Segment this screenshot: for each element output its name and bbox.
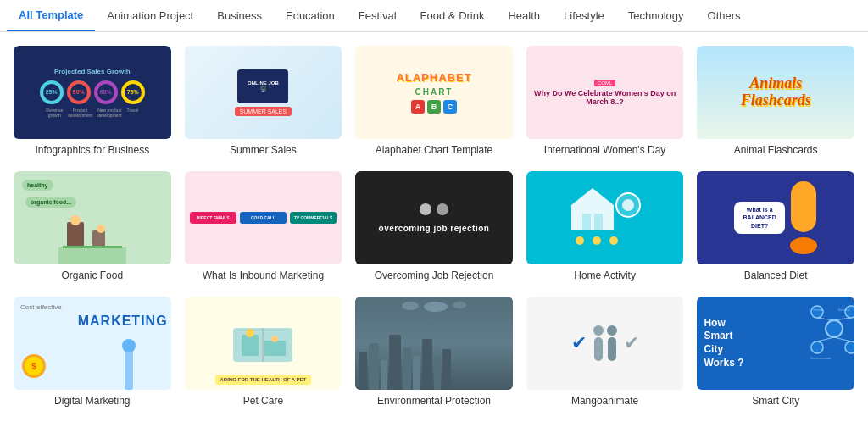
card-infographics[interactable]: Projected Sales Growth 25% 50% 68% 75% R… [14, 46, 171, 158]
template-grid: Projected Sales Growth 25% 50% 68% 75% R… [0, 32, 868, 422]
thumb-balanced-diet: What is a BALANCED DIET? [697, 171, 854, 264]
svg-text:Sensor: Sensor [813, 308, 824, 312]
thumb-summer-sales: ONLINE JOB🖥️ SUMMER SALES [185, 46, 342, 139]
card-label-job-rejection: Overcoming Job Rejection [355, 264, 513, 283]
svg-rect-14 [125, 347, 133, 390]
svg-rect-1 [67, 222, 84, 247]
svg-rect-8 [594, 214, 603, 230]
card-inbound-marketing[interactable]: DIRECT EMAILS COLD CALL TV COMMERCIALS W… [185, 171, 342, 283]
thumb-home-activity [526, 171, 684, 264]
nav-item-education[interactable]: Education [274, 1, 347, 31]
card-label-alphabet-chart: Alaphabet Chart Template [355, 139, 513, 158]
nav-bar: All TemplateAnimation ProjectBusinessEdu… [0, 0, 868, 32]
card-label-pet-care: Pet Care [185, 390, 342, 408]
card-organic-food[interactable]: healthy organic food... Organic Food [14, 171, 171, 283]
thumb-infographics: Projected Sales Growth 25% 50% 68% 75% R… [14, 46, 171, 139]
card-label-womens-day: International Women's Day [526, 139, 684, 158]
svg-point-19 [246, 329, 254, 337]
thumb-pet-care: ARING FOR THE HEALTH OF A PET [185, 297, 342, 390]
svg-rect-17 [242, 335, 259, 356]
card-label-inbound-marketing: What Is Inbound Marketing [185, 264, 342, 283]
thumb-inbound-marketing: DIRECT EMAILS COLD CALL TV COMMERCIALS [185, 171, 342, 264]
svg-rect-5 [63, 246, 122, 248]
card-label-balanced-diet: Balanced Diet [697, 264, 854, 283]
card-label-environmental: Environmental Protection [355, 390, 513, 408]
nav-item-others[interactable]: Others [696, 1, 753, 31]
svg-rect-0 [58, 247, 126, 264]
svg-point-13 [609, 236, 618, 245]
thumb-alphabet-chart: ALAPHABET CHART A B C [355, 46, 513, 139]
svg-line-27 [817, 318, 834, 320]
svg-point-4 [97, 225, 105, 233]
card-alphabet-chart[interactable]: ALAPHABET CHART A B C Alaphabet Chart Te… [355, 46, 513, 158]
svg-point-22 [826, 320, 843, 337]
card-label-animal-flashcards: Animal Flashcards [697, 139, 854, 158]
svg-point-20 [271, 336, 278, 342]
svg-point-25 [811, 341, 823, 353]
svg-line-28 [834, 318, 851, 320]
card-job-rejection[interactable]: overcoming job rejection Overcoming Job … [355, 171, 513, 283]
card-digital-marketing[interactable]: Cost-effective MARKETING $ Digital Marke… [14, 297, 171, 408]
svg-point-11 [576, 236, 584, 245]
thumb-mangoanimate: ✔ ✔ [526, 297, 684, 390]
card-pet-care[interactable]: ARING FOR THE HEALTH OF A PET Pet Care [185, 297, 342, 408]
card-environmental[interactable]: Environmental Protection [355, 297, 513, 408]
nav-item-lifestyle[interactable]: Lifestyle [552, 1, 616, 31]
card-label-organic-food: Organic Food [14, 264, 171, 283]
thumb-job-rejection: overcoming job rejection [355, 171, 513, 264]
card-label-smart-city: Smart City [697, 390, 854, 408]
card-summer-sales[interactable]: ONLINE JOB🖥️ SUMMER SALES Summer Sales [185, 46, 342, 158]
thumb-smart-city: How Smart City Works ? Sensor Internet C… [697, 297, 854, 390]
nav-item-health[interactable]: Health [496, 1, 552, 31]
card-womens-day[interactable]: COML Why Do We Celebrate Women's Day on … [526, 46, 684, 158]
svg-text:Communication: Communication [810, 357, 831, 360]
card-balanced-diet[interactable]: What is a BALANCED DIET? Balanced Diet [697, 171, 854, 283]
nav-item-all-template[interactable]: All Template [7, 0, 95, 31]
svg-rect-2 [92, 230, 105, 247]
svg-point-26 [845, 341, 854, 353]
svg-point-3 [70, 215, 81, 225]
svg-line-29 [817, 337, 834, 341]
svg-marker-6 [571, 188, 614, 230]
svg-point-12 [593, 236, 601, 245]
thumb-environmental [355, 297, 513, 390]
card-label-mangoanimate: Mangoanimate [526, 390, 684, 408]
svg-text:Internet: Internet [838, 308, 850, 312]
thumb-womens-day: COML Why Do We Celebrate Women's Day on … [526, 46, 684, 139]
card-animal-flashcards[interactable]: AnimalsFlashcards Animal Flashcards [697, 46, 854, 158]
card-mangoanimate[interactable]: ✔ ✔ Mangoanimate [526, 297, 684, 408]
thumb-animal-flashcards: AnimalsFlashcards [697, 46, 854, 139]
card-label-summer-sales: Summer Sales [185, 139, 342, 158]
card-smart-city[interactable]: How Smart City Works ? Sensor Internet C… [697, 297, 854, 408]
svg-point-15 [122, 339, 136, 352]
svg-point-10 [622, 199, 634, 211]
card-label-digital-marketing: Digital Marketing [14, 390, 171, 408]
nav-item-festival[interactable]: Festival [347, 1, 409, 31]
card-home-activity[interactable]: Home Activity [526, 171, 684, 283]
card-label-infographics: Infographics for Business [14, 139, 171, 158]
card-label-home-activity: Home Activity [526, 264, 684, 283]
nav-item-food-drink[interactable]: Food & Drink [409, 1, 497, 31]
nav-item-business[interactable]: Business [205, 1, 274, 31]
nav-item-technology[interactable]: Technology [616, 1, 696, 31]
thumb-digital-marketing: Cost-effective MARKETING $ [14, 297, 171, 390]
thumb-organic-food: healthy organic food... [14, 171, 171, 264]
svg-line-30 [834, 337, 851, 341]
svg-rect-18 [264, 341, 286, 356]
nav-item-animation-project[interactable]: Animation Project [95, 1, 205, 31]
svg-rect-7 [582, 214, 591, 230]
